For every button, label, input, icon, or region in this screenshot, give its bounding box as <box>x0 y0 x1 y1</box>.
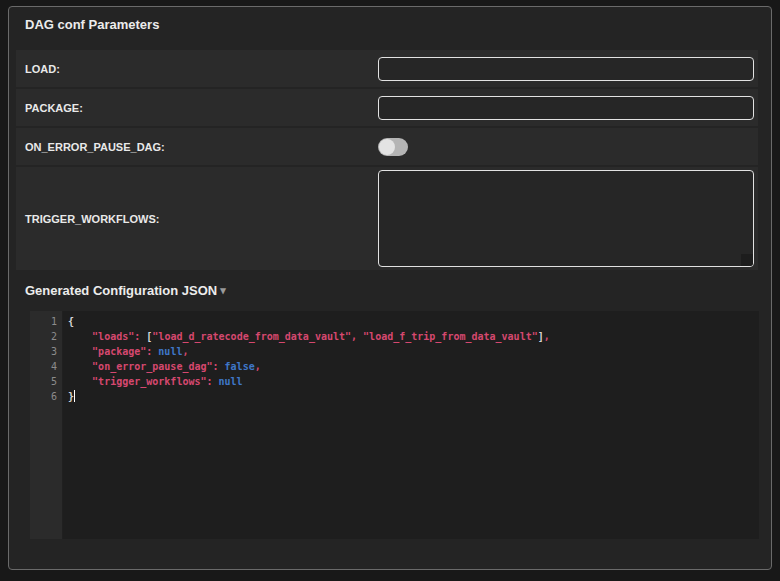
code-text: } <box>63 389 75 404</box>
chevron-down-icon: ▾ <box>220 285 226 296</box>
generated-json-title: Generated Configuration JSON <box>25 283 217 298</box>
code-text: { <box>63 314 74 329</box>
form-row-trigger-workflows: TRIGGER_WORKFLOWS: <box>16 167 758 270</box>
on-error-pause-dag-label: ON_ERROR_PAUSE_DAG: <box>25 141 378 153</box>
toggle-knob-icon <box>379 139 395 155</box>
code-text: "trigger_workflows": null <box>63 374 243 389</box>
code-text: "on_error_pause_dag": false, <box>63 359 261 374</box>
line-number: 4 <box>30 359 63 374</box>
text-cursor <box>74 390 75 402</box>
code-text: "loads": ["load_d_ratecode_from_data_vau… <box>63 329 550 344</box>
panel-title: DAG conf Parameters <box>25 17 764 32</box>
package-label: PACKAGE: <box>25 102 378 114</box>
generated-json-header[interactable]: Generated Configuration JSON ▾ <box>25 283 226 298</box>
code-line: 4 "on_error_pause_dag": false, <box>30 359 759 374</box>
line-number: 1 <box>30 314 63 329</box>
trigger-workflows-label: TRIGGER_WORKFLOWS: <box>25 213 378 225</box>
dag-conf-form: LOAD: PACKAGE: ON_ERROR_PAUSE_DAG: TRIGG… <box>16 50 758 270</box>
code-line: 6} <box>30 389 759 404</box>
load-label: LOAD: <box>25 63 378 75</box>
line-number: 3 <box>30 344 63 359</box>
code-line: 5 "trigger_workflows": null <box>30 374 759 389</box>
code-lines: 1{2 "loads": ["load_d_ratecode_from_data… <box>30 314 759 404</box>
json-code-editor[interactable]: 1{2 "loads": ["load_d_ratecode_from_data… <box>30 311 759 539</box>
line-number: 5 <box>30 374 63 389</box>
load-input[interactable] <box>378 57 754 81</box>
code-line: 3 "package": null, <box>30 344 759 359</box>
package-input[interactable] <box>378 96 754 120</box>
code-text: "package": null, <box>63 344 188 359</box>
line-number: 6 <box>30 389 63 404</box>
dag-conf-panel: DAG conf Parameters LOAD: PACKAGE: ON_ER… <box>8 6 772 570</box>
trigger-workflows-field <box>378 170 754 267</box>
code-line: 1{ <box>30 314 759 329</box>
resize-grip-icon[interactable] <box>741 254 753 266</box>
trigger-workflows-textarea[interactable] <box>378 170 754 267</box>
form-row-load: LOAD: <box>16 50 758 87</box>
line-number: 2 <box>30 329 63 344</box>
form-row-package: PACKAGE: <box>16 89 758 126</box>
form-row-on-error-pause-dag: ON_ERROR_PAUSE_DAG: <box>16 128 758 165</box>
code-line: 2 "loads": ["load_d_ratecode_from_data_v… <box>30 329 759 344</box>
on-error-pause-dag-toggle[interactable] <box>378 138 408 156</box>
